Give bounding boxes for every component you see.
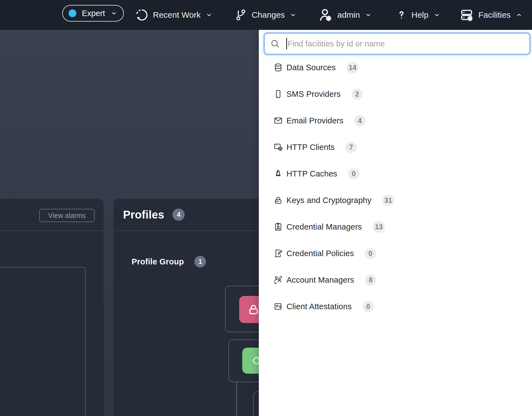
profiles-title: Profiles <box>123 209 164 221</box>
people-icon <box>273 275 283 285</box>
profile-group-node[interactable]: Profile Group 1 <box>132 256 206 267</box>
facility-count-badge: 8 <box>365 274 376 286</box>
attestation-icon <box>273 302 283 311</box>
profiles-count-badge: 4 <box>173 209 185 221</box>
alarms-panel-header: View alarms <box>0 199 104 231</box>
facility-count-badge: 0 <box>365 248 376 259</box>
chevron-down-icon <box>111 10 117 17</box>
document-pencil-icon <box>273 249 283 258</box>
rocket-icon <box>273 169 283 178</box>
tree-connector-line <box>236 381 237 416</box>
nav-item-label: Changes <box>252 10 285 20</box>
nav-item-label: admin <box>337 10 360 20</box>
mode-label: Expert <box>81 9 106 18</box>
history-icon <box>135 8 148 22</box>
padlock-icon <box>273 196 283 205</box>
profile-group-label: Profile Group <box>132 257 184 266</box>
user-gear-icon <box>318 7 333 22</box>
facility-item-account-managers[interactable]: Account Managers8 <box>259 267 532 293</box>
facility-count-badge: 4 <box>354 115 366 126</box>
chevron-down-icon <box>290 12 296 18</box>
facility-item-http-caches[interactable]: HTTP Caches0 <box>259 160 532 187</box>
facility-item-client-attestations[interactable]: Client Attestations0 <box>259 293 532 320</box>
facility-item-email-providers[interactable]: Email Providers4 <box>259 107 532 134</box>
facility-item-credential-policies[interactable]: Credential Policies0 <box>259 240 532 267</box>
chevron-up-icon <box>516 12 522 18</box>
lock-icon <box>247 303 260 316</box>
facilities-dropdown-panel: Data Sources14SMS Providers2Email Provid… <box>259 30 532 416</box>
mode-status-dot <box>69 9 76 17</box>
facility-item-label: Credential Managers <box>286 222 362 232</box>
view-alarms-button[interactable]: View alarms <box>39 209 95 222</box>
search-icon <box>270 39 280 48</box>
facility-item-label: HTTP Clients <box>286 143 335 152</box>
facility-item-label: Credential Policies <box>286 249 354 258</box>
facility-item-label: SMS Providers <box>286 90 341 99</box>
smartphone-icon <box>273 89 283 99</box>
text-caret <box>286 38 287 50</box>
git-branch-icon <box>234 9 247 21</box>
question-icon <box>396 9 407 20</box>
chevron-down-icon <box>206 12 212 18</box>
nav-item-help[interactable]: Help <box>396 0 440 30</box>
alarms-content-box <box>0 267 86 416</box>
nav-item-label: Facilities <box>478 10 511 20</box>
nav-item-admin[interactable]: admin <box>318 0 372 30</box>
alarms-panel: View alarms <box>0 199 104 416</box>
facilities-search[interactable] <box>264 32 531 55</box>
facility-item-keys-and-cryptography[interactable]: Keys and Cryptography31 <box>259 187 532 214</box>
top-navbar: Expert Recent WorkChangesadminHelpFacili… <box>0 0 532 30</box>
chevron-down-icon <box>434 12 440 18</box>
facility-count-badge: 0 <box>363 301 374 312</box>
expert-mode-pill[interactable]: Expert <box>62 5 124 22</box>
facility-item-label: Client Attestations <box>286 302 352 311</box>
facility-count-badge: 0 <box>348 168 359 180</box>
facility-item-credential-managers[interactable]: Credential Managers13 <box>259 214 532 240</box>
nav-item-label: Help <box>411 10 429 20</box>
nav-item-facilities[interactable]: Facilities <box>460 0 522 30</box>
facility-count-badge: 31 <box>382 195 394 206</box>
facility-count-badge: 14 <box>346 62 359 73</box>
facility-item-label: Data Sources <box>286 63 336 72</box>
facility-item-data-sources[interactable]: Data Sources14 <box>259 54 532 81</box>
app-root: View alarms Profiles 4 Profile Group 1 <box>0 0 532 416</box>
database-icon <box>273 63 283 72</box>
nav-item-changes[interactable]: Changes <box>234 0 296 30</box>
facility-item-sms-providers[interactable]: SMS Providers2 <box>259 81 532 107</box>
facility-item-label: Keys and Cryptography <box>286 196 371 205</box>
facility-item-label: Email Providers <box>286 116 343 125</box>
servers-gear-icon <box>460 8 474 22</box>
search-input[interactable] <box>288 39 525 48</box>
profile-group-count-badge: 1 <box>194 256 206 267</box>
facility-count-badge: 13 <box>373 221 385 233</box>
facility-count-badge: 7 <box>345 142 357 153</box>
nav-item-label: Recent Work <box>153 10 201 20</box>
nav-item-recent-work[interactable]: Recent Work <box>135 0 212 30</box>
facility-count-badge: 2 <box>351 89 363 100</box>
facility-item-label: Account Managers <box>286 275 354 285</box>
browser-cube-icon <box>273 142 283 152</box>
chevron-down-icon <box>365 12 372 18</box>
facility-item-label: HTTP Caches <box>286 169 337 178</box>
envelope-icon <box>273 116 283 125</box>
id-badge-icon <box>273 222 283 232</box>
facility-item-http-clients[interactable]: HTTP Clients7 <box>259 134 532 160</box>
